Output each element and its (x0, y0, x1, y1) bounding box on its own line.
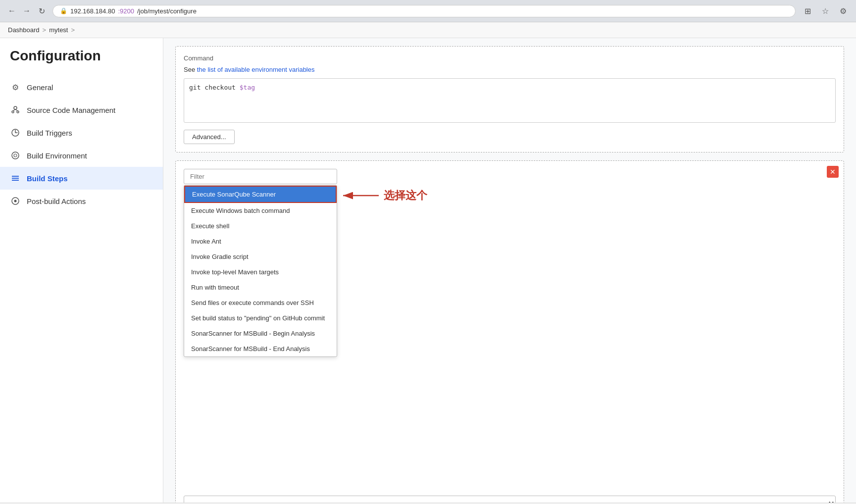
browser-nav-buttons: ← → ↻ (6, 5, 48, 17)
env-vars-text: See the list of available environment va… (184, 66, 836, 73)
sidebar-item-build-steps[interactable]: Build Steps (0, 167, 163, 190)
filter-wrapper: Execute SonarQube Scanner Execute Window… (184, 169, 836, 357)
sidebar-item-build-triggers[interactable]: Build Triggers (0, 121, 163, 144)
post-build-icon (10, 196, 21, 206)
env-vars-link[interactable]: the list of available environment variab… (197, 66, 315, 73)
svg-point-7 (14, 154, 17, 157)
select-row (184, 496, 836, 503)
sidebar-item-source-code[interactable]: Source Code Management (0, 99, 163, 121)
url-port: :9200 (118, 7, 134, 15)
dropdown-item-sonarscanner-end[interactable]: SonarScanner for MSBuild - End Analysis (184, 341, 337, 356)
command-input[interactable]: git checkout $tag (184, 78, 836, 123)
sidebar-item-label-build-environment: Build Environment (27, 151, 87, 160)
dropdown-item-invoke-gradle[interactable]: Invoke Gradle script (184, 249, 337, 264)
sidebar-item-label-general: General (27, 83, 53, 92)
browser-chrome: ← → ↻ 🔒 192.168.184.80:9200/job/mytest/c… (0, 0, 856, 22)
sidebar-item-label-source-code: Source Code Management (27, 106, 115, 114)
breadcrumb-mytest[interactable]: mytest (49, 26, 68, 34)
advanced-button[interactable]: Advanced... (184, 130, 235, 144)
lock-icon: 🔒 (60, 7, 67, 14)
extensions-button[interactable]: ⊞ (801, 4, 814, 18)
sidebar-item-label-post-build: Post-build Actions (27, 197, 86, 205)
sidebar: Configuration ⚙ General Source Code Mana… (0, 38, 163, 503)
url-host: 192.168.184.80 (70, 7, 115, 15)
dropdown-item-execute-windows[interactable]: Execute Windows batch command (184, 203, 337, 218)
sidebar-item-general[interactable]: ⚙ General (0, 76, 163, 99)
sidebar-item-label-build-steps: Build Steps (27, 174, 68, 183)
svg-point-1 (12, 111, 14, 113)
build-steps-icon (10, 173, 21, 184)
sidebar-item-build-environment[interactable]: Build Environment (0, 144, 163, 167)
page-layout: Configuration ⚙ General Source Code Mana… (0, 38, 856, 503)
breadcrumb-sep2: > (71, 26, 75, 34)
settings-button[interactable]: ⚙ (836, 4, 850, 18)
dropdown-item-set-build-status[interactable]: Set build status to "pending" on GitHub … (184, 310, 337, 326)
browser-actions: ⊞ ☆ ⚙ (801, 4, 850, 18)
filter-input[interactable] (184, 169, 337, 184)
dropdown-item-invoke-maven[interactable]: Invoke top-level Maven targets (184, 264, 337, 280)
svg-point-0 (14, 106, 17, 109)
source-code-icon (10, 104, 21, 115)
breadcrumb-sep1: > (43, 26, 47, 34)
build-environment-icon (10, 150, 21, 161)
url-path: /job/mytest/configure (137, 7, 197, 15)
dropdown-item-execute-shell[interactable]: Execute shell (184, 218, 337, 234)
content-area: Command See the list of available enviro… (163, 38, 856, 503)
dropdown-item-send-files[interactable]: Send files or execute commands over SSH (184, 295, 337, 310)
forward-button[interactable]: → (21, 5, 33, 17)
svg-point-12 (14, 200, 17, 202)
dropdown-menu: Execute SonarQube Scanner Execute Window… (184, 185, 337, 357)
breadcrumb: Dashboard > mytest > (0, 22, 856, 38)
svg-point-2 (17, 111, 19, 113)
svg-line-3 (13, 109, 15, 111)
sidebar-item-post-build[interactable]: Post-build Actions (0, 190, 163, 212)
breadcrumb-dashboard[interactable]: Dashboard (8, 26, 40, 34)
address-bar[interactable]: 🔒 192.168.184.80:9200/job/mytest/configu… (52, 5, 796, 17)
dropdown-item-sonarscanner-begin[interactable]: SonarScanner for MSBuild - Begin Analysi… (184, 326, 337, 341)
sidebar-title: Configuration (0, 48, 163, 76)
command-label: Command (184, 54, 836, 62)
dropdown-item-run-timeout[interactable]: Run with timeout (184, 280, 337, 295)
svg-point-6 (12, 152, 19, 159)
svg-line-4 (15, 109, 18, 111)
refresh-button[interactable]: ↻ (36, 5, 48, 17)
build-steps-section: ✕ Execute SonarQube Scanner Execute Wind… (175, 160, 844, 503)
build-step-select[interactable] (184, 496, 836, 503)
star-button[interactable]: ☆ (818, 4, 832, 18)
sidebar-item-label-build-triggers: Build Triggers (27, 129, 72, 137)
command-section: Command See the list of available enviro… (175, 46, 844, 152)
back-button[interactable]: ← (6, 5, 18, 17)
dropdown-item-execute-sonarqube[interactable]: Execute SonarQube Scanner (184, 186, 337, 203)
dropdown-item-invoke-ant[interactable]: Invoke Ant (184, 234, 337, 249)
main-content: Command See the list of available enviro… (163, 38, 856, 503)
general-icon: ⚙ (10, 82, 21, 93)
build-triggers-icon (10, 127, 21, 138)
